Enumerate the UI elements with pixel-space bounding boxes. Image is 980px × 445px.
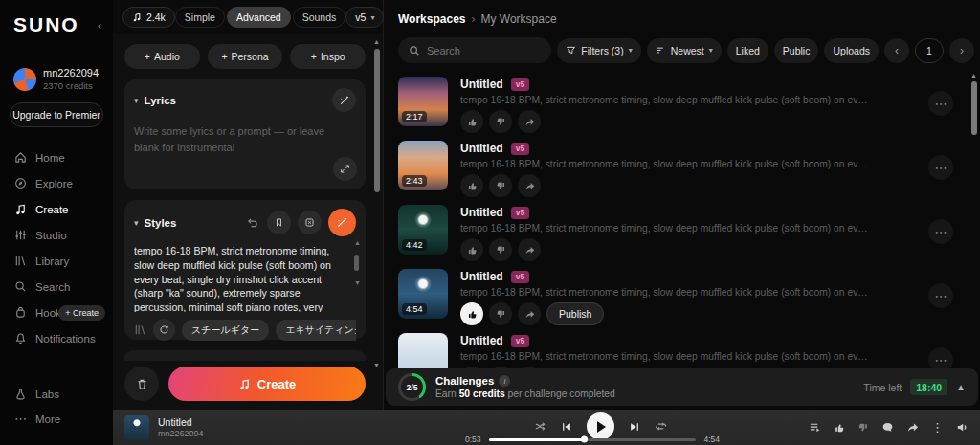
sidebar-item-explore[interactable]: Explore (0, 170, 113, 196)
like-button[interactable] (460, 110, 483, 133)
song-more-button[interactable]: ⋯ (928, 283, 953, 308)
song-thumbnail[interactable]: 4:54 (398, 269, 448, 319)
filters-button[interactable]: Filters (3) ▾ (557, 38, 640, 63)
song-row[interactable]: 4:42 Untitled v5 tempo 16-18 BPM, strict… (384, 198, 980, 262)
sidebar-item-home[interactable]: Home (0, 145, 113, 170)
like-button[interactable] (460, 238, 483, 261)
breadcrumb-workspaces[interactable]: Workspaces (398, 12, 465, 26)
song-thumbnail[interactable]: 2:17 (398, 77, 448, 126)
now-playing-artist[interactable]: mn2262094 (158, 429, 204, 438)
chevron-down-icon[interactable]: ▾ (134, 96, 139, 105)
info-icon[interactable]: i (499, 375, 510, 387)
sort-button[interactable]: Newest ▾ (647, 38, 722, 63)
hooks-create-button[interactable]: + Create (58, 305, 105, 321)
lyrics-input[interactable]: Write some lyrics or a prompt — or leave… (134, 123, 349, 155)
tab-sounds[interactable]: Sounds (293, 7, 346, 28)
credits-badge[interactable]: 2.4k (122, 7, 175, 28)
song-thumbnail[interactable]: 4:42 (398, 205, 448, 255)
style-tag[interactable]: スチールギター (182, 320, 269, 341)
previous-track-icon[interactable] (561, 421, 572, 433)
add-inspo-button[interactable]: +Inspo (290, 44, 366, 69)
sidebar-item-library[interactable]: Library (0, 248, 113, 274)
song-row[interactable]: 2:17 Untitled v5 tempo 16-18 BPM, strict… (384, 70, 980, 134)
publish-button[interactable]: Publish (546, 302, 604, 325)
filter-chip-liked[interactable]: Liked (727, 38, 768, 63)
collapsed-section[interactable] (124, 350, 366, 361)
now-playing-thumbnail[interactable] (124, 415, 149, 440)
sidebar-item-hooks[interactable]: Hooks + Create (0, 300, 113, 325)
like-button[interactable] (460, 174, 483, 197)
random-lyrics-button[interactable] (332, 88, 356, 112)
chevron-down-icon[interactable]: ▾ (134, 218, 139, 228)
tab-simple[interactable]: Simple (175, 7, 225, 28)
search-bar[interactable] (398, 37, 551, 63)
song-row[interactable]: 4:54 Untitled v5 tempo 16-18 BPM, strict… (384, 262, 980, 326)
avatar[interactable] (13, 68, 36, 91)
song-row[interactable]: 2:43 Untitled v5 tempo 16-18 BPM, strict… (384, 134, 980, 198)
repeat-icon[interactable] (655, 420, 667, 433)
challenges-bar[interactable]: 2/5 Challenges i Earn 50 credits per cha… (386, 368, 978, 406)
song-title[interactable]: Untitled (460, 334, 503, 347)
breadcrumb-my-workspace[interactable]: My Workspace (480, 12, 556, 26)
song-title[interactable]: Untitled (460, 78, 503, 91)
thumbs-down-icon[interactable] (858, 422, 869, 434)
song-title[interactable]: Untitled (460, 206, 503, 219)
share-button[interactable] (518, 302, 541, 325)
thumbs-up-icon[interactable] (834, 422, 845, 434)
next-track-icon[interactable] (629, 421, 640, 433)
sidebar-item-search[interactable]: Search (0, 274, 113, 300)
share-button[interactable] (518, 174, 541, 197)
song-title[interactable]: Untitled (460, 142, 503, 155)
progress-bar[interactable] (489, 438, 697, 441)
undo-icon[interactable] (246, 216, 258, 229)
song-thumbnail[interactable]: 2:43 (398, 141, 448, 190)
dislike-button[interactable] (489, 238, 512, 261)
styles-input[interactable]: tempo 16-18 BPM, strict metronome timing… (134, 244, 356, 312)
comment-icon[interactable] (881, 421, 894, 434)
song-title[interactable]: Untitled (460, 270, 503, 283)
sidebar-collapse-icon[interactable]: ‹ (98, 18, 101, 33)
add-persona-button[interactable]: +Persona (208, 44, 283, 69)
prev-page-button[interactable]: ‹ (884, 38, 909, 63)
add-audio-button[interactable]: +Audio (124, 44, 200, 69)
share-icon[interactable] (906, 421, 919, 434)
page-number[interactable]: 1 (915, 38, 944, 63)
search-input[interactable] (427, 45, 541, 56)
save-style-button[interactable] (267, 211, 291, 234)
share-button[interactable] (518, 238, 541, 261)
sidebar-item-notifications[interactable]: Notifications (0, 325, 113, 351)
styles-scrollbar[interactable]: ▲ ▼ (354, 240, 359, 303)
song-more-button[interactable]: ⋯ (928, 91, 953, 116)
magic-style-button[interactable] (328, 209, 356, 236)
expand-lyrics-button[interactable] (333, 157, 357, 181)
next-page-button[interactable]: › (949, 38, 974, 63)
song-more-button[interactable]: ⋯ (928, 219, 953, 244)
refresh-tags-button[interactable] (153, 319, 175, 341)
tab-advanced[interactable]: Advanced (227, 7, 291, 28)
dislike-button[interactable] (489, 302, 512, 325)
panel-scrollbar[interactable]: ▲ ▼ (373, 38, 380, 368)
model-selector[interactable]: v5 ▾ (345, 7, 384, 28)
chevron-up-icon[interactable]: ▲ (956, 382, 966, 392)
share-button[interactable] (518, 110, 541, 133)
sidebar-item-studio[interactable]: Studio (0, 222, 113, 248)
style-tag[interactable]: エキサイティング, シンセサイザー (276, 320, 356, 341)
filter-chip-uploads[interactable]: Uploads (824, 38, 879, 63)
clear-style-button[interactable] (298, 211, 322, 234)
now-playing-title[interactable]: Untitled (158, 416, 204, 428)
volume-icon[interactable] (956, 421, 969, 434)
like-button[interactable] (460, 302, 483, 325)
discard-button[interactable] (124, 367, 159, 401)
more-options-icon[interactable]: ⋮ (931, 421, 944, 434)
create-button[interactable]: Create (168, 367, 366, 401)
shuffle-icon[interactable] (534, 420, 546, 433)
filter-chip-public[interactable]: Public (774, 38, 819, 63)
library-icon[interactable] (134, 323, 146, 336)
sidebar-item-more[interactable]: ⋯ More (0, 407, 113, 432)
dislike-button[interactable] (489, 110, 512, 133)
user-profile[interactable]: mn2262094 2370 credits (0, 36, 113, 91)
queue-icon[interactable] (809, 421, 821, 434)
sidebar-item-create[interactable]: Create (0, 196, 113, 222)
progress-handle[interactable] (581, 436, 588, 443)
upgrade-button[interactable]: Upgrade to Premier (10, 102, 103, 127)
